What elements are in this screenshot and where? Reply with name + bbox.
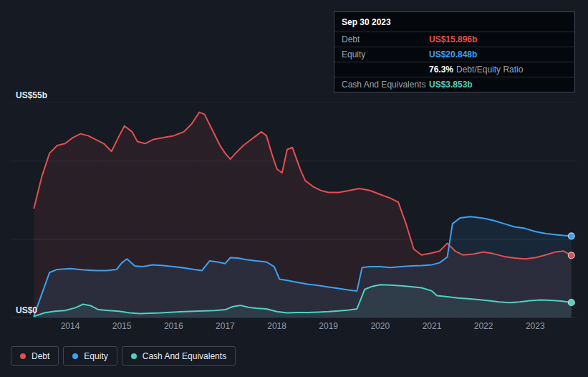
svg-text:2020: 2020 — [370, 321, 390, 331]
svg-text:2017: 2017 — [216, 321, 235, 331]
y-axis-label-max: US$55b — [16, 90, 47, 100]
legend-item-debt[interactable]: Debt — [11, 346, 59, 366]
legend-label-debt: Debt — [32, 351, 49, 361]
chart-legend: Debt Equity Cash And Equivalents — [11, 346, 236, 366]
cash-label: Cash And Equivalents — [342, 80, 429, 90]
equity-color-dot — [72, 353, 78, 359]
svg-text:2015: 2015 — [112, 321, 132, 331]
cash-color-dot — [131, 353, 137, 359]
svg-text:2019: 2019 — [319, 321, 338, 331]
debt-value: US$15.896b — [429, 34, 477, 44]
tooltip-row-ratio: 76.3%Debt/Equity Ratio — [334, 62, 574, 77]
legend-label-equity: Equity — [84, 351, 107, 361]
svg-text:2023: 2023 — [526, 321, 545, 331]
equity-value: US$20.848b — [429, 49, 477, 59]
cash-value: US$3.853b — [429, 80, 473, 90]
tooltip-row-equity: Equity US$20.848b — [334, 47, 574, 62]
legend-item-cash[interactable]: Cash And Equivalents — [122, 346, 236, 366]
legend-item-equity[interactable]: Equity — [63, 346, 117, 366]
tooltip-date: Sep 30 2023 — [334, 12, 574, 32]
debt-color-dot — [20, 353, 26, 359]
debt-equity-history-chart: Sep 30 2023 Debt US$15.896b Equity US$20… — [0, 0, 588, 377]
equity-label: Equity — [342, 49, 429, 59]
tooltip-row-cash: Cash And Equivalents US$3.853b — [334, 77, 574, 92]
y-axis-label-zero: US$0 — [16, 305, 37, 315]
ratio-value: 76.3%Debt/Equity Ratio — [429, 65, 523, 75]
svg-text:2018: 2018 — [267, 321, 286, 331]
debt-label: Debt — [342, 34, 429, 44]
svg-text:2014: 2014 — [61, 321, 80, 331]
svg-text:2021: 2021 — [423, 321, 442, 331]
debt-equity-area-chart[interactable]: 2014201520162017201820192020202120222023 — [11, 102, 577, 333]
svg-text:2016: 2016 — [164, 321, 183, 331]
chart-tooltip: Sep 30 2023 Debt US$15.896b Equity US$20… — [334, 11, 575, 92]
legend-label-cash: Cash And Equivalents — [143, 351, 226, 361]
svg-text:2022: 2022 — [474, 321, 493, 331]
ratio-caption: Debt/Equity Ratio — [456, 65, 523, 75]
ratio-percent: 76.3% — [429, 65, 453, 75]
tooltip-row-debt: Debt US$15.896b — [334, 32, 574, 47]
